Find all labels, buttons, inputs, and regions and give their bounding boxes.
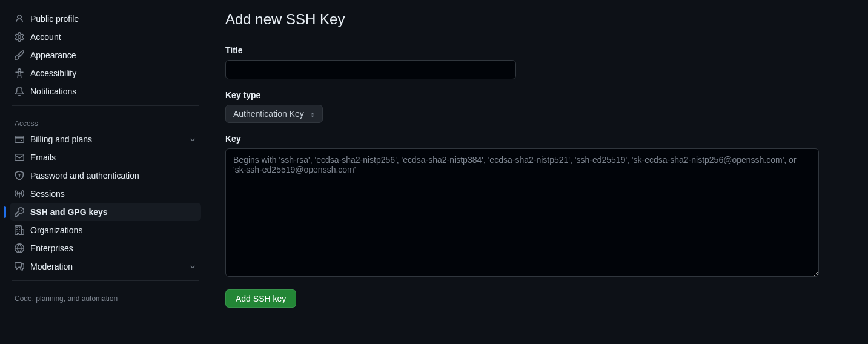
settings-sidebar: Public profile Account Appearance Access…: [0, 0, 206, 319]
sidebar-item-password[interactable]: Password and authentication: [10, 167, 201, 185]
bell-icon: [15, 87, 24, 96]
title-input[interactable]: [225, 60, 516, 79]
sidebar-label: SSH and GPG keys: [30, 207, 196, 217]
broadcast-icon: [15, 189, 24, 199]
sidebar-label: Organizations: [30, 225, 196, 235]
key-type-select[interactable]: Authentication Key: [225, 105, 323, 123]
organization-icon: [15, 225, 24, 235]
key-icon: [15, 207, 24, 217]
sidebar-item-moderation[interactable]: Moderation: [10, 257, 201, 276]
sidebar-label: Notifications: [30, 87, 196, 96]
key-type-value: Authentication Key: [233, 109, 304, 119]
main-content: Add new SSH Key Title Key type Authentic…: [206, 0, 848, 319]
chevron-down-icon: [189, 263, 196, 270]
person-icon: [15, 14, 24, 24]
sidebar-section-heading-access: Access: [10, 114, 201, 130]
sidebar-label: Appearance: [30, 50, 196, 60]
sidebar-item-billing[interactable]: Billing and plans: [10, 130, 201, 148]
sidebar-label: Public profile: [30, 14, 196, 24]
sidebar-label: Moderation: [30, 262, 183, 271]
sidebar-item-accessibility[interactable]: Accessibility: [10, 64, 201, 82]
key-type-label: Key type: [225, 90, 819, 100]
credit-card-icon: [15, 134, 24, 144]
sidebar-label: Enterprises: [30, 243, 196, 253]
mail-icon: [15, 153, 24, 162]
sidebar-item-notifications[interactable]: Notifications: [10, 82, 201, 101]
sidebar-item-account[interactable]: Account: [10, 28, 201, 46]
sidebar-section-heading-code: Code, planning, and automation: [10, 289, 201, 305]
sidebar-item-organizations[interactable]: Organizations: [10, 221, 201, 239]
title-label: Title: [225, 45, 819, 55]
paintbrush-icon: [15, 50, 24, 60]
sidebar-item-sessions[interactable]: Sessions: [10, 185, 201, 203]
sidebar-divider: [12, 105, 199, 106]
globe-icon: [15, 243, 24, 253]
add-ssh-key-button[interactable]: Add SSH key: [225, 289, 296, 308]
sidebar-divider: [12, 280, 199, 281]
sidebar-item-enterprises[interactable]: Enterprises: [10, 239, 201, 257]
sidebar-item-ssh-keys[interactable]: SSH and GPG keys: [10, 203, 201, 221]
select-caret-icon: [309, 111, 315, 117]
sidebar-label: Sessions: [30, 189, 196, 199]
comment-discussion-icon: [15, 262, 24, 271]
shield-lock-icon: [15, 171, 24, 180]
sidebar-label: Accessibility: [30, 68, 196, 78]
gear-icon: [15, 32, 24, 42]
sidebar-item-appearance[interactable]: Appearance: [10, 46, 201, 64]
sidebar-item-public-profile[interactable]: Public profile: [10, 10, 201, 28]
sidebar-label: Emails: [30, 153, 196, 162]
chevron-down-icon: [189, 136, 196, 143]
accessibility-icon: [15, 68, 24, 78]
page-title: Add new SSH Key: [225, 11, 819, 33]
sidebar-label: Billing and plans: [30, 134, 183, 144]
sidebar-item-emails[interactable]: Emails: [10, 148, 201, 167]
key-label: Key: [225, 134, 819, 144]
sidebar-label: Password and authentication: [30, 171, 196, 180]
key-textarea[interactable]: [225, 148, 819, 277]
sidebar-label: Account: [30, 32, 196, 42]
